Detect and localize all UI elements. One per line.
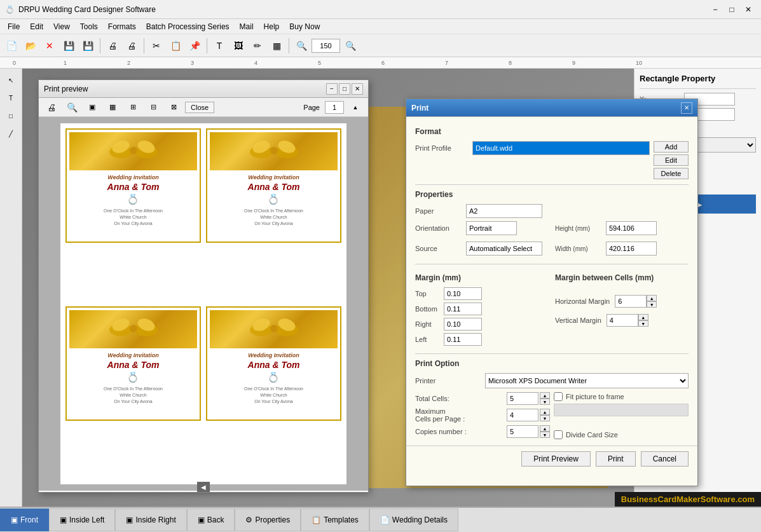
vertical-margin-input[interactable]: 4 [607,314,638,327]
tab-front[interactable]: ▣ Front [0,508,49,531]
print-dialog-body: Format Print Profile Default.wdd Add Edi… [406,117,697,446]
new-btn[interactable]: 📄 [3,37,20,55]
preview-print-icon[interactable]: 🖨 [43,99,60,116]
app-title: DRPU Wedding Card Designer Software [18,5,708,14]
print-btn[interactable]: 🖨 [104,37,121,55]
print-footer-btn[interactable]: Print [596,451,636,467]
tab-back[interactable]: ▣ Back [187,508,235,531]
tab-inside-left-icon: ▣ [60,515,67,524]
open-btn[interactable]: 📂 [22,37,39,55]
maximize-button[interactable]: □ [724,3,739,16]
scroll-arrow[interactable]: ◀ [197,482,210,492]
max-up[interactable]: ▲ [540,409,550,415]
divide-card-checkbox[interactable] [554,430,563,439]
menu-edit[interactable]: Edit [25,21,48,32]
edit-profile-btn[interactable]: Edit [654,154,689,166]
h-spin-down[interactable]: ▼ [647,301,657,308]
print-preview-close[interactable]: ✕ [352,83,363,95]
horizontal-margin-input[interactable]: 6 [615,295,647,308]
fit-picture-checkbox[interactable] [554,392,563,401]
copies-up[interactable]: ▲ [540,425,550,432]
card-bow-3 [69,310,197,348]
tab-wedding-details[interactable]: 📄 Wedding Details [369,508,458,531]
save-btn[interactable]: 💾 [60,37,78,55]
menu-help[interactable]: Help [259,21,285,32]
zoom-out-btn[interactable]: 🔍 [341,37,359,55]
total-up[interactable]: ▲ [540,392,550,399]
height-input[interactable]: 594.106 [606,221,657,235]
menu-file[interactable]: File [3,21,25,32]
preview-view3-btn[interactable]: ⊞ [124,99,142,116]
preview-page-up[interactable]: ▲ [346,99,364,116]
left-input[interactable]: 0.11 [444,333,482,346]
text-btn[interactable]: T [210,37,228,55]
preview-close-btn[interactable]: Close [185,102,214,113]
width-input[interactable]: 420.116 [606,242,657,256]
preview-toolbar: 🖨 🔍 ▣ ▦ ⊞ ⊟ ⊠ Close Page 1 ▲ [39,98,368,117]
left-margin-row: Left 0.11 [415,333,549,346]
top-input[interactable]: 0.10 [444,287,482,300]
tab-properties-label: Properties [255,515,290,524]
preview-view4-btn[interactable]: ⊟ [144,99,162,116]
print-preview-minimize[interactable]: − [326,83,338,95]
preview-zoom-icon[interactable]: 🔍 [63,99,81,116]
tab-properties[interactable]: ⚙ Properties [235,508,301,531]
add-profile-btn[interactable]: Add [654,141,689,153]
preview-view2-btn[interactable]: ▦ [104,99,121,116]
menu-tools[interactable]: Tools [75,21,103,32]
copies-down[interactable]: ▼ [540,432,550,438]
v-spin-down[interactable]: ▼ [638,320,648,327]
barcode-btn[interactable]: ▦ [268,37,285,55]
close-button[interactable]: ✕ [741,3,756,16]
print-preview-footer-btn[interactable]: Print Preview [521,451,591,467]
ruler: 0 1 2 3 4 5 6 7 8 9 10 [0,57,761,69]
draw-btn[interactable]: ✏ [249,37,266,55]
orientation-input[interactable]: Portrait [466,221,517,235]
shape-tool[interactable]: □ [2,107,20,125]
print2-btn[interactable]: 🖨 [123,37,141,55]
image-btn[interactable]: 🖼 [230,37,247,55]
max-cells-input[interactable]: 4 [507,409,538,421]
menu-formats[interactable]: Formats [103,21,141,32]
paste-btn[interactable]: 📌 [186,37,203,55]
printer-select[interactable]: Microsoft XPS Document Writer [485,373,689,388]
minimize-button[interactable]: − [708,3,723,16]
close-doc-btn[interactable]: ✕ [41,37,58,55]
source-input[interactable]: Automatically Select [466,242,542,256]
print-profile-input[interactable]: Default.wdd [472,141,650,155]
tab-inside-right[interactable]: ▣ Inside Right [115,508,186,531]
zoom-input[interactable]: 150 [312,39,340,53]
text-tool[interactable]: T [2,89,20,107]
menu-batch[interactable]: Batch Processing Series [141,21,235,32]
menu-buy[interactable]: Buy Now [284,21,325,32]
max-down[interactable]: ▼ [540,415,550,421]
copies-input[interactable]: 5 [507,425,538,438]
line-tool[interactable]: ╱ [2,125,20,142]
tab-inside-left[interactable]: ▣ Inside Left [49,508,115,531]
print-preview-maximize[interactable]: □ [339,83,350,95]
total-down[interactable]: ▼ [540,399,550,405]
cut-btn[interactable]: ✂ [147,37,165,55]
total-cells-input[interactable]: 5 [507,392,538,405]
select-tool[interactable]: ↖ [2,71,20,89]
h-spin-up[interactable]: ▲ [647,295,657,301]
print-dialog-close[interactable]: ✕ [681,102,692,114]
right-input[interactable]: 0.10 [444,318,482,331]
preview-view1-btn[interactable]: ▣ [83,99,101,116]
menu-view[interactable]: View [48,21,75,32]
wedding-card-1: Wedding Invitation Anna & Tom 💍 One O'Cl… [65,128,201,243]
tab-templates[interactable]: 📋 Templates [301,508,369,531]
copy-btn[interactable]: 📋 [167,37,184,55]
cancel-footer-btn[interactable]: Cancel [641,451,689,467]
paper-input[interactable]: A2 [466,204,542,218]
zoom-in-btn[interactable]: 🔍 [292,37,310,55]
bottom-label: Bottom [415,305,444,313]
delete-profile-btn[interactable]: Delete [654,168,689,179]
bottom-input[interactable]: 0.11 [444,303,482,315]
v-spin-up[interactable]: ▲ [638,314,648,320]
saveas-btn[interactable]: 💾 [79,37,97,55]
preview-content[interactable]: Wedding Invitation Anna & Tom 💍 One O'Cl… [39,117,368,491]
preview-view5-btn[interactable]: ⊠ [165,99,182,116]
menu-mail[interactable]: Mail [235,21,259,32]
preview-page-input[interactable]: 1 [325,101,344,114]
